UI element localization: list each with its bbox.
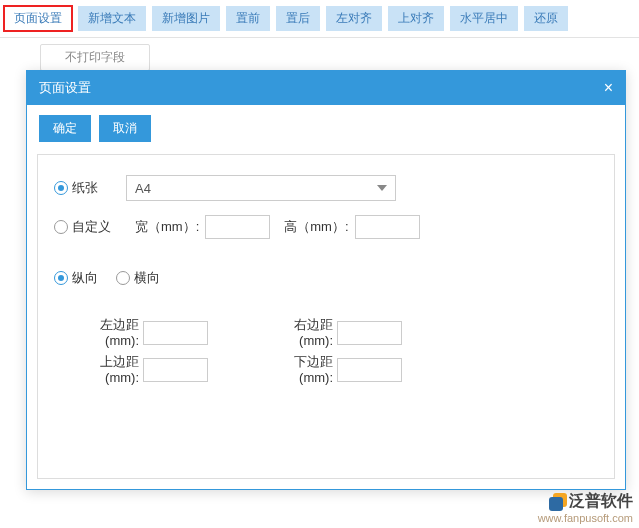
radio-selected-icon [54,271,68,285]
paper-row: 纸张 A4 [54,175,598,201]
orientation-row: 纵向 横向 [54,269,598,287]
watermark: 泛普软件 www.fanpusoft.com [538,491,633,524]
radio-unselected-icon [116,271,130,285]
radio-unselected-icon [54,220,68,234]
margin-grid: 左边距(mm): 上边距(mm): 右边距(mm): 下边距(mm): [54,317,598,385]
width-input[interactable] [205,215,270,239]
paper-size-select[interactable]: A4 [126,175,396,201]
margin-col-left: 左边距(mm): 上边距(mm): [84,317,208,385]
watermark-brand-text: 泛普软件 [569,491,633,512]
toolbar-page-setup-button[interactable]: 页面设置 [4,6,72,31]
toolbar-bring-front-button[interactable]: 置前 [226,6,270,31]
dialog-titlebar: 页面设置 × [27,71,625,105]
portrait-radio[interactable]: 纵向 [54,269,98,287]
close-icon[interactable]: × [604,80,613,96]
page-setup-dialog: 页面设置 × 确定 取消 纸张 A4 自定义 宽（mm）: 高（mm）: [26,70,626,490]
height-input[interactable] [355,215,420,239]
margin-right-label: 右边距(mm): [278,317,333,348]
margin-bottom-label: 下边距(mm): [278,354,333,385]
margin-top-input[interactable] [143,358,208,382]
watermark-brand: 泛普软件 [538,491,633,512]
paper-radio[interactable]: 纸张 [54,179,98,197]
paper-radio-label: 纸张 [72,179,98,197]
landscape-label: 横向 [134,269,160,287]
landscape-radio[interactable]: 横向 [116,269,160,287]
toolbar-center-horiz-button[interactable]: 水平居中 [450,6,518,31]
margin-left-input[interactable] [143,321,208,345]
cancel-button[interactable]: 取消 [99,115,151,142]
toolbar-restore-button[interactable]: 还原 [524,6,568,31]
margin-top-label: 上边距(mm): [84,354,139,385]
dialog-actions: 确定 取消 [27,105,625,148]
chevron-down-icon [377,185,387,191]
custom-row: 自定义 宽（mm）: 高（mm）: [54,215,598,239]
toolbar-align-top-button[interactable]: 上对齐 [388,6,444,31]
margin-right-input[interactable] [337,321,402,345]
width-label: 宽（mm）: [135,218,199,236]
toolbar-add-text-button[interactable]: 新增文本 [78,6,146,31]
toolbar-add-image-button[interactable]: 新增图片 [152,6,220,31]
toolbar-align-left-button[interactable]: 左对齐 [326,6,382,31]
margin-left-label: 左边距(mm): [84,317,139,348]
height-label: 高（mm）: [284,218,348,236]
custom-radio-label: 自定义 [72,218,111,236]
ok-button[interactable]: 确定 [39,115,91,142]
radio-selected-icon [54,181,68,195]
custom-radio[interactable]: 自定义 [54,218,111,236]
portrait-label: 纵向 [72,269,98,287]
dialog-title-text: 页面设置 [39,79,91,97]
subtab-no-print-fields[interactable]: 不打印字段 [40,44,150,71]
margin-bottom-input[interactable] [337,358,402,382]
margin-col-right: 右边距(mm): 下边距(mm): [278,317,402,385]
fanpu-logo-icon [549,493,567,511]
paper-size-value: A4 [135,181,151,196]
watermark-url: www.fanpusoft.com [538,512,633,524]
toolbar-send-back-button[interactable]: 置后 [276,6,320,31]
toolbar: 页面设置 新增文本 新增图片 置前 置后 左对齐 上对齐 水平居中 还原 [0,0,639,38]
dialog-body: 纸张 A4 自定义 宽（mm）: 高（mm）: 纵向 [37,154,615,479]
